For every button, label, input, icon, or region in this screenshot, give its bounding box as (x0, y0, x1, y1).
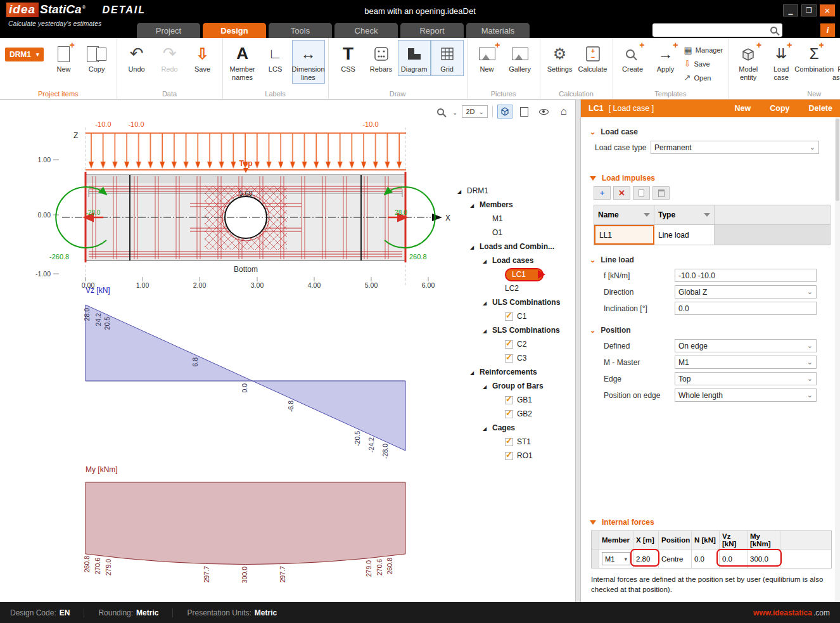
new-rebar-assembly-button[interactable]: Rebar assembly (830, 40, 840, 84)
copy-project-item-button[interactable]: Copy (80, 40, 113, 76)
section-position[interactable]: Position (590, 326, 840, 335)
axonometry-view-button[interactable] (497, 105, 512, 119)
create-template-button[interactable]: Create (616, 40, 649, 76)
expander-icon[interactable] (470, 200, 480, 209)
search-input[interactable] (652, 23, 770, 37)
n-force-cell[interactable]: 0.0 (692, 549, 720, 568)
redo-button[interactable]: Redo (153, 40, 186, 76)
position-cell[interactable]: Centre (659, 549, 692, 568)
default-view-button[interactable] (556, 105, 571, 119)
filter-icon[interactable] (704, 213, 710, 217)
checkbox-checked[interactable] (505, 354, 513, 363)
tree-item-lc1-selected[interactable]: LC1 (457, 267, 560, 281)
expander-icon[interactable] (470, 368, 480, 376)
new-picture-button[interactable]: New (471, 40, 504, 76)
diagram-button[interactable]: Diagram (398, 40, 431, 76)
settings-button[interactable]: Settings (544, 40, 576, 76)
checkbox-checked[interactable] (505, 438, 513, 446)
minimize-button[interactable] (783, 4, 798, 16)
maximize-button[interactable] (801, 4, 817, 16)
edge-select[interactable]: Top (675, 372, 817, 385)
new-combination-button[interactable]: Combination (798, 40, 830, 76)
tree-item-m1[interactable]: M1 (457, 212, 560, 226)
name-column-header[interactable]: Name (594, 205, 654, 224)
master-select[interactable]: M1 (675, 356, 817, 369)
zoom-tool-button[interactable] (433, 105, 448, 119)
lcs-button[interactable]: LCS (259, 40, 292, 76)
section-load-case[interactable]: Load case (590, 127, 840, 136)
member-select[interactable]: M1 (602, 552, 630, 565)
load-impulse-type-cell[interactable]: Line load (654, 225, 715, 245)
tab-project[interactable]: Project (137, 23, 200, 38)
copy-load-impulse-button[interactable] (633, 186, 650, 200)
section-load-impulses[interactable]: Load impulses (590, 174, 840, 183)
tree-item-gb1[interactable]: GB1 (457, 393, 560, 407)
dimension-lines-button[interactable]: Dimension lines (292, 40, 325, 84)
tree-item-group-of-bars[interactable]: Group of Bars (457, 379, 560, 393)
tree-item-drm1[interactable]: DRM1 (457, 184, 560, 198)
tree-item-sls-combinations[interactable]: SLS Combinations (457, 323, 560, 337)
panel-new-button[interactable]: New (735, 104, 751, 113)
delete-load-impulse-button[interactable]: ✕ (613, 186, 630, 200)
tab-design[interactable]: Design (203, 23, 266, 38)
f-value-input[interactable]: -10.0 -10.0 (675, 269, 817, 282)
panel-splitter[interactable] (575, 100, 581, 602)
position-on-edge-select[interactable]: Whole length (675, 389, 817, 402)
panel-copy-button[interactable]: Copy (770, 104, 789, 113)
expander-icon[interactable] (457, 186, 467, 195)
trash-load-impulse-button[interactable] (652, 186, 670, 200)
website-link[interactable]: www.ideastatica .com (753, 608, 830, 617)
tree-item-gb2[interactable]: GB2 (457, 407, 560, 421)
tree-item-c3[interactable]: C3 (457, 351, 560, 365)
template-save-button[interactable]: Save (682, 58, 725, 70)
tab-check[interactable]: Check (334, 23, 398, 38)
tree-item-ro1[interactable]: RO1 (457, 449, 560, 463)
tab-materials[interactable]: Materials (466, 23, 530, 38)
type-column-header[interactable]: Type (654, 205, 715, 224)
vz-force-cell[interactable]: 0.0 (720, 549, 748, 568)
tree-item-load-cases[interactable]: Load cases (457, 254, 560, 267)
new-model-entity-button[interactable]: Model entity (732, 40, 765, 84)
apply-template-button[interactable]: Apply (649, 40, 682, 76)
visibility-button[interactable] (537, 105, 552, 119)
tree-item-lc2[interactable]: LC2 (457, 281, 560, 295)
tree-item-reinforcements[interactable]: Reinforcements (457, 365, 560, 379)
views-manager-button[interactable] (517, 105, 532, 119)
tree-item-c1[interactable]: C1 (457, 309, 560, 323)
undo-button[interactable]: Undo (120, 40, 153, 76)
load-impulse-name-cell[interactable]: LL1 (594, 225, 654, 245)
tree-item-uls-combinations[interactable]: ULS Combinations (457, 295, 560, 309)
tree-item-st1[interactable]: ST1 (457, 435, 560, 449)
template-manager-button[interactable]: Manager (682, 44, 725, 56)
tree-item-cages[interactable]: Cages (457, 421, 560, 435)
grid-button[interactable]: Grid (431, 40, 464, 76)
info-button[interactable]: i (820, 23, 835, 37)
tree-item-loads-and-combinations[interactable]: Loads and Combin... (457, 240, 560, 254)
load-case-type-select[interactable]: Permanent (651, 141, 819, 154)
filter-icon[interactable] (644, 213, 650, 217)
rebars-button[interactable]: Rebars (365, 40, 398, 76)
checkbox-checked[interactable] (505, 452, 513, 460)
expander-icon[interactable] (470, 242, 480, 251)
view-mode-select[interactable]: 2D (462, 105, 487, 118)
expander-icon[interactable] (483, 423, 492, 432)
section-line-load[interactable]: Line load (590, 255, 840, 264)
table-row[interactable]: LL1 Line load (594, 225, 830, 245)
calculate-button[interactable]: +− Calculate (576, 40, 609, 76)
expander-icon[interactable] (483, 382, 492, 390)
gallery-button[interactable]: Gallery (504, 40, 537, 76)
section-internal-forces[interactable]: Internal forces (590, 518, 840, 527)
add-load-impulse-button[interactable]: + (594, 186, 611, 200)
css-button[interactable]: CSS (332, 40, 365, 76)
scrollbar-thumb[interactable] (836, 119, 839, 201)
my-moment-cell[interactable]: 300.0 (748, 549, 780, 568)
x-position-cell[interactable]: 2.80 (633, 549, 659, 568)
checkbox-checked[interactable] (505, 396, 513, 404)
save-button[interactable]: Save (186, 40, 219, 76)
expander-icon[interactable] (483, 326, 492, 335)
checkbox-checked[interactable] (505, 410, 513, 418)
panel-scrollbar[interactable] (835, 117, 840, 602)
tab-tools[interactable]: Tools (269, 23, 332, 38)
checkbox-checked[interactable] (505, 312, 513, 321)
zoom-options-dropdown[interactable] (452, 106, 457, 117)
